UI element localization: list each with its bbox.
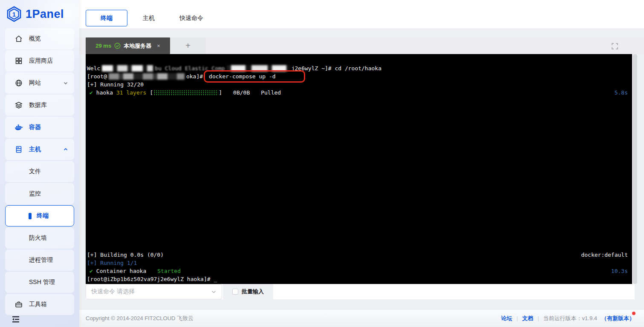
toolbox-icon bbox=[14, 300, 23, 309]
notification-dot bbox=[632, 312, 635, 315]
home-icon bbox=[14, 34, 23, 43]
svg-text:1: 1 bbox=[12, 11, 16, 18]
app-logo[interactable]: 1 1Panel bbox=[0, 0, 79, 27]
sidebar-item-monitoring[interactable]: 监控 bbox=[5, 183, 74, 204]
terminal-screen[interactable]: Welc bu Cloud Elastic Comp j2e6wylZ ~]# … bbox=[86, 54, 632, 284]
sidebar-menu: 概览 应用商店 网站 数据库 bbox=[0, 27, 79, 315]
fullscreen-icon[interactable] bbox=[611, 43, 618, 50]
sidebar-item-ssh[interactable]: SSH 管理 bbox=[5, 272, 74, 293]
globe-icon bbox=[14, 79, 23, 87]
quick-command-select[interactable]: 快速命令 请选择 bbox=[86, 284, 222, 299]
sidebar: 1 1Panel 概览 应用商店 网站 bbox=[0, 0, 79, 327]
page-header: 终端 主机 快速命令 bbox=[79, 0, 644, 29]
tab-host[interactable]: 主机 bbox=[127, 10, 170, 26]
forum-link[interactable]: 论坛 bbox=[501, 315, 512, 322]
terminal-tabstrip: 29 ms 本地服务器 × + bbox=[79, 37, 644, 54]
batch-input-toggle[interactable]: 批量输入 bbox=[223, 284, 273, 299]
new-version-link[interactable]: （有新版本） bbox=[601, 315, 635, 322]
terminal-controls: 快速命令 请选择 批量输入 bbox=[86, 284, 635, 299]
progress-bar bbox=[153, 90, 218, 95]
terminal-line-container-started: ✔ Container haoka Started 10.3s bbox=[87, 267, 628, 275]
chevron-down-icon bbox=[211, 289, 217, 295]
sidebar-item-overview[interactable]: 概览 bbox=[5, 28, 74, 49]
redacted-block bbox=[109, 73, 185, 80]
terminal-cursor-icon bbox=[29, 213, 32, 219]
highlighted-command-box: docker-compose up -d bbox=[204, 70, 305, 83]
page: 1 1Panel 概览 应用商店 网站 bbox=[0, 0, 644, 327]
redacted-block bbox=[102, 65, 153, 72]
terminal-line-welcome: Welc bu Cloud Elastic Comp j2e6wylZ ~]# … bbox=[87, 64, 628, 72]
terminal-line-prompt: [root@iZbp1b6z502va97j2e6wylZ haoka]# _ bbox=[87, 275, 628, 283]
add-session-button[interactable]: + bbox=[170, 37, 206, 54]
terminal-line-command: [root@ oka]# docker-compose up -d bbox=[87, 72, 628, 80]
sidebar-item-website[interactable]: 网站 bbox=[5, 72, 74, 94]
close-session-icon[interactable]: × bbox=[157, 43, 160, 49]
docker-icon bbox=[14, 123, 23, 132]
session-tab-local-server[interactable]: 29 ms 本地服务器 × bbox=[86, 37, 170, 54]
sidebar-item-process[interactable]: 进程管理 bbox=[5, 250, 74, 271]
scrollbar[interactable] bbox=[633, 54, 637, 284]
1panel-logo-icon: 1 bbox=[6, 6, 22, 22]
chevron-down-icon bbox=[63, 80, 68, 86]
sidebar-item-files[interactable]: 文件 bbox=[5, 161, 74, 182]
terminal-line-pulled: ✔ haoka 31 layers [ ] 0B/0B Pulled 5.8s bbox=[87, 89, 628, 97]
database-icon bbox=[14, 101, 23, 109]
sidebar-item-appstore[interactable]: 应用商店 bbox=[5, 50, 74, 72]
terminal-line-building: [+] Building 0.0s (0/0) docker:default bbox=[87, 251, 628, 259]
terminal-line-running: [+] Running 32/20 bbox=[87, 80, 628, 89]
latency-badge: 29 ms bbox=[95, 43, 111, 49]
version-text: 当前运行版本：v1.9.4 bbox=[543, 315, 597, 322]
sidebar-item-firewall[interactable]: 防火墙 bbox=[5, 227, 74, 249]
main-area: 终端 主机 快速命令 29 ms 本地服务器 × + bbox=[79, 0, 644, 327]
sidebar-item-container[interactable]: 容器 bbox=[5, 117, 74, 138]
sidebar-item-database[interactable]: 数据库 bbox=[5, 95, 74, 116]
tab-quick-commands[interactable]: 快速命令 bbox=[170, 10, 213, 26]
terminal-cursor: _ bbox=[214, 276, 217, 282]
footer-links: 论坛 | 文档 | 当前运行版本：v1.9.4 （有新版本） bbox=[501, 315, 635, 322]
sidebar-item-host[interactable]: 主机 bbox=[5, 139, 74, 160]
check-circle-icon bbox=[114, 43, 121, 49]
sidebar-item-terminal[interactable]: 终端 bbox=[5, 205, 74, 227]
app-title: 1Panel bbox=[26, 8, 64, 21]
batch-input-checkbox[interactable] bbox=[232, 289, 238, 295]
appstore-icon bbox=[14, 57, 23, 65]
chevron-up-icon bbox=[63, 147, 68, 152]
server-icon bbox=[14, 145, 23, 154]
sidebar-footer bbox=[0, 312, 79, 327]
session-tab-label: 本地服务器 bbox=[124, 42, 151, 50]
terminal-line-running2: [+] Running 1/1 bbox=[87, 259, 628, 267]
docs-link[interactable]: 文档 bbox=[522, 315, 533, 322]
footer: Copyright © 2014-2024 FIT2CLOUD 飞致云 论坛 |… bbox=[79, 309, 644, 327]
copyright-text: Copyright © 2014-2024 FIT2CLOUD 飞致云 bbox=[86, 315, 193, 322]
tab-terminal[interactable]: 终端 bbox=[86, 10, 127, 26]
collapse-sidebar-icon[interactable] bbox=[11, 315, 20, 324]
